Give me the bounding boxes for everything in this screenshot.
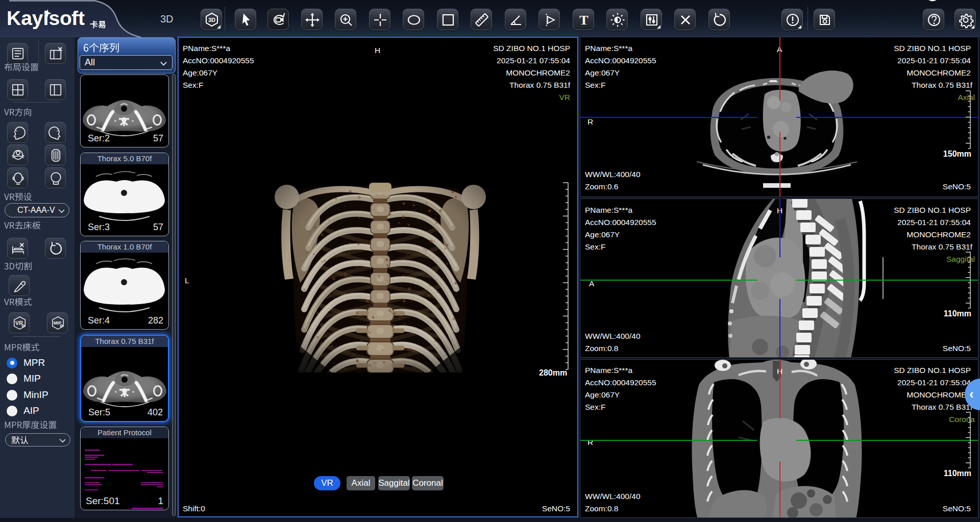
svg-text:3D: 3D [208, 17, 215, 23]
svg-text:T: T [579, 13, 588, 28]
